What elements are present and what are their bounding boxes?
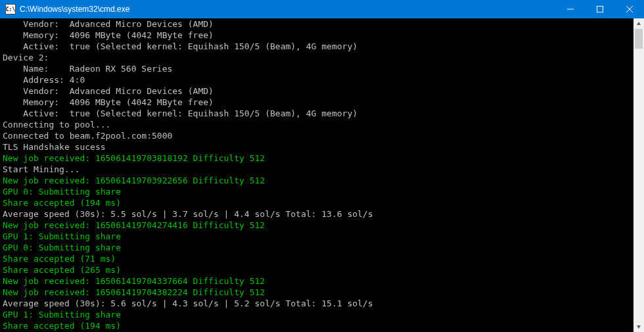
svg-rect-1 <box>597 7 603 12</box>
console-line: New job received: 165061419703922656 Dif… <box>3 175 633 186</box>
window-controls <box>555 0 644 18</box>
console-line: Share accepted (194 ms) <box>3 320 633 331</box>
console-line: New job received: 165061419703818192 Dif… <box>3 153 633 164</box>
console-line: GPU 1: Submitting share <box>3 309 633 320</box>
console-line: New job received: 165061419704382224 Dif… <box>3 287 633 298</box>
maximize-button[interactable] <box>585 0 614 18</box>
console-line: Device 2: <box>3 52 633 63</box>
console-line: GPU 0: Submitting share <box>3 186 633 197</box>
console-line: Share accepted (265 ms) <box>3 264 633 275</box>
console-output: Vendor: Advanced Micro Devices (AMD) Mem… <box>3 18 633 332</box>
scroll-down-button[interactable] <box>633 321 644 332</box>
console-line: Share accepted (194 ms) <box>3 197 633 208</box>
window-title: C:\Windows\system32\cmd.exe <box>20 5 555 14</box>
console-line: TLS Handshake sucess <box>3 141 633 153</box>
console-line: Name: Radeon RX 560 Series <box>3 63 633 74</box>
minimize-button[interactable] <box>555 0 585 18</box>
console-line: Active: true (Selected kernel: Equihash … <box>3 41 633 52</box>
vertical-scrollbar[interactable] <box>633 18 644 332</box>
cmd-icon: C:\ <box>5 4 16 14</box>
svg-marker-4 <box>637 22 641 25</box>
close-button[interactable] <box>614 0 644 18</box>
titlebar: C:\ C:\Windows\system32\cmd.exe <box>0 0 644 18</box>
console-line: Share accepted (71 ms) <box>3 253 633 264</box>
console-line: Address: 4:0 <box>3 74 633 85</box>
scrollbar-track[interactable] <box>633 29 644 321</box>
console-line: Connecting to pool... <box>3 119 633 130</box>
console-line: New job received: 165061419704274416 Dif… <box>3 220 633 231</box>
console-line: Vendor: Advanced Micro Devices (AMD) <box>3 85 633 97</box>
console-line: Active: true (Selected kernel: Equihash … <box>3 108 633 119</box>
console-line: Memory: 4096 MByte (4042 MByte free) <box>3 30 633 41</box>
console-line: Average speed (30s): 5.6 sol/s | 4.3 sol… <box>3 298 633 309</box>
console-line: Vendor: Advanced Micro Devices (AMD) <box>3 18 633 30</box>
svg-marker-5 <box>637 325 641 329</box>
console-line: Memory: 4096 MByte (4042 MByte free) <box>3 97 633 108</box>
console-body: Vendor: Advanced Micro Devices (AMD) Mem… <box>0 18 644 332</box>
scrollbar-thumb[interactable] <box>635 29 643 49</box>
console-line: GPU 1: Submitting share <box>3 231 633 242</box>
console-line: Start Mining... <box>3 164 633 175</box>
scroll-up-button[interactable] <box>633 18 644 29</box>
console-line: Connected to beam.f2pool.com:5000 <box>3 130 633 141</box>
console-line: GPU 0: Submitting share <box>3 242 633 253</box>
console-line: New job received: 165061419704337664 Dif… <box>3 275 633 287</box>
console-line: Average speed (30s): 5.5 sol/s | 3.7 sol… <box>3 208 633 220</box>
